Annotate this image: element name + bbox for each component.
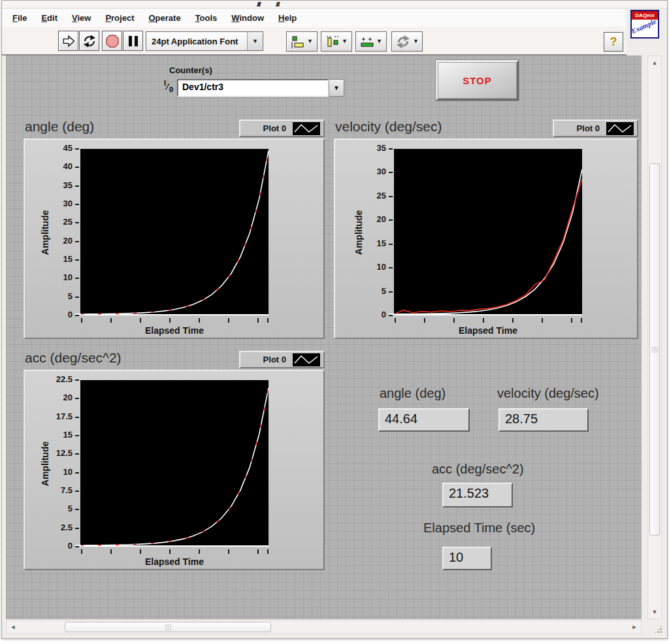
y-tick-label: 2.5 — [25, 523, 73, 532]
stop-button-label: STOP — [463, 75, 492, 86]
distribute-objects-icon — [325, 35, 340, 48]
plot-legend[interactable]: Plot 0 — [239, 120, 325, 137]
plot-sample-icon[interactable] — [606, 122, 634, 135]
plot-sample-icon[interactable] — [293, 353, 320, 366]
titlebar-sliver — [2, 1, 667, 8]
x-tick-mark — [140, 549, 141, 554]
x-tick-mark — [81, 318, 82, 323]
x-tick-mark — [110, 549, 112, 554]
x-tick-mark — [140, 318, 141, 323]
scroll-down-icon: ▼ — [652, 609, 658, 615]
x-tick-mark — [424, 318, 425, 323]
y-axis-label: Amplitude — [353, 210, 364, 254]
run-continuously-button[interactable] — [79, 31, 99, 51]
menu-item-view[interactable]: View — [72, 13, 91, 23]
counter-dropdown-arrow[interactable]: ▼ — [329, 79, 344, 97]
counter-combo[interactable]: I∕0 Dev1/ctr3 ▼ — [161, 79, 344, 97]
scroll-down-button[interactable]: ▼ — [648, 605, 661, 619]
x-tick-mark — [483, 318, 484, 323]
x-tick-mark — [228, 549, 229, 554]
y-tick-label: 22.5 — [25, 374, 73, 384]
y-tick-mark — [389, 291, 393, 293]
y-tick-mark — [75, 185, 79, 187]
acc-indicator-value: 21.523 — [442, 483, 513, 507]
y-tick-label: 0 — [25, 310, 73, 319]
run-button[interactable] — [58, 31, 78, 51]
resize-objects-button[interactable]: ▼ — [355, 31, 387, 52]
counter-label: Counter(s) — [169, 65, 212, 75]
x-axis-line — [75, 545, 81, 546]
y-tick-mark — [75, 241, 79, 242]
vertical-scrollbar[interactable]: ▲ ▼ — [647, 56, 662, 619]
chart-panel: 35302520151050AmplitudeElapsed Time — [334, 138, 638, 339]
distribute-objects-button[interactable]: ▼ — [321, 31, 352, 52]
plot-area[interactable] — [80, 149, 269, 315]
scroll-up-button[interactable]: ▲ — [648, 56, 661, 69]
y-tick-mark — [75, 528, 79, 529]
y-tick-mark — [75, 417, 79, 418]
x-axis-label: Elapsed Time — [80, 325, 269, 336]
y-tick-mark — [75, 546, 79, 547]
thumb-grip-icon — [165, 624, 171, 630]
velocity-indicator-label: velocity (deg/sec) — [497, 386, 599, 401]
align-objects-icon — [291, 35, 305, 48]
scroll-left-icon: ◄ — [10, 624, 16, 630]
counter-value-field[interactable]: Dev1/ctr3 — [177, 79, 329, 97]
front-panel: Counter(s) I∕0 Dev1/ctr3 ▼ STOP angle (d… — [6, 56, 642, 619]
scroll-right-button[interactable]: ► — [628, 620, 641, 634]
chart-title: angle (deg) — [25, 119, 94, 135]
menu-item-window[interactable]: Window — [231, 13, 264, 23]
acc-chart: acc (deg/sec^2)Plot 022.52017.51512.5107… — [24, 350, 325, 570]
x-tick-mark — [395, 318, 396, 323]
y-tick-mark — [389, 267, 393, 268]
font-selector[interactable]: 24pt Application Font ▼ — [146, 31, 263, 51]
reorder-button[interactable]: ▼ — [391, 31, 423, 52]
window-resize-grip[interactable] — [654, 625, 662, 634]
y-tick-mark — [75, 167, 79, 168]
menu-item-tools[interactable]: Tools — [195, 13, 218, 23]
chevron-down-icon: ▼ — [333, 84, 340, 91]
vertical-scroll-thumb[interactable] — [649, 163, 660, 536]
horizontal-scroll-thumb[interactable] — [65, 622, 271, 632]
y-tick-mark — [75, 472, 79, 474]
chart-panel: 22.52017.51512.5107.552.50AmplitudeElaps… — [24, 370, 325, 570]
y-tick-label: 7.5 — [25, 485, 73, 495]
acc-indicator-label: acc (deg/sec^2) — [432, 462, 524, 477]
elapsed-time-indicator-label: Elapsed Time (sec) — [423, 521, 535, 536]
stop-button[interactable]: STOP — [436, 60, 519, 101]
x-tick-mark — [453, 318, 455, 323]
plot-sample-icon[interactable] — [293, 122, 320, 135]
pause-icon — [127, 35, 140, 48]
y-tick-mark — [75, 222, 79, 223]
run-continuously-icon — [82, 34, 97, 48]
chevron-down-icon: ▼ — [252, 39, 258, 44]
plot-area[interactable] — [80, 380, 269, 547]
font-selector-arrow[interactable]: ▼ — [247, 32, 263, 50]
angle-indicator-label: angle (deg) — [380, 386, 446, 401]
menu-item-edit[interactable]: Edit — [41, 13, 57, 23]
y-tick-mark — [389, 172, 393, 173]
context-help-button[interactable]: ? — [604, 32, 623, 52]
velocity-indicator-value: 28.75 — [498, 408, 589, 432]
y-tick-label: 15 — [25, 254, 73, 264]
toolbar: 24pt Application Font ▼ ▼ ▼ — [2, 27, 627, 56]
plot-legend[interactable]: Plot 0 — [553, 120, 638, 137]
menu-item-operate[interactable]: Operate — [148, 13, 180, 23]
menu-item-help[interactable]: Help — [278, 13, 297, 23]
plot-area[interactable] — [394, 149, 582, 315]
align-objects-button[interactable]: ▼ — [286, 31, 318, 52]
y-tick-label: 10 — [335, 262, 386, 272]
scroll-left-button[interactable]: ◄ — [7, 620, 20, 634]
x-tick-mark — [81, 549, 82, 554]
thumb-grip-icon — [651, 346, 658, 353]
menu-item-file[interactable]: File — [12, 13, 27, 23]
y-tick-label: 10 — [25, 272, 73, 282]
pause-button[interactable] — [123, 31, 143, 51]
horizontal-scrollbar[interactable]: ◄ ► — [6, 620, 642, 634]
plot-legend[interactable]: Plot 0 — [239, 351, 325, 368]
x-tick-mark — [169, 549, 171, 554]
run-arrow-icon — [61, 34, 76, 48]
x-axis-label: Elapsed Time — [394, 325, 582, 336]
abort-button[interactable] — [102, 31, 122, 51]
menu-item-project[interactable]: Project — [105, 13, 134, 23]
